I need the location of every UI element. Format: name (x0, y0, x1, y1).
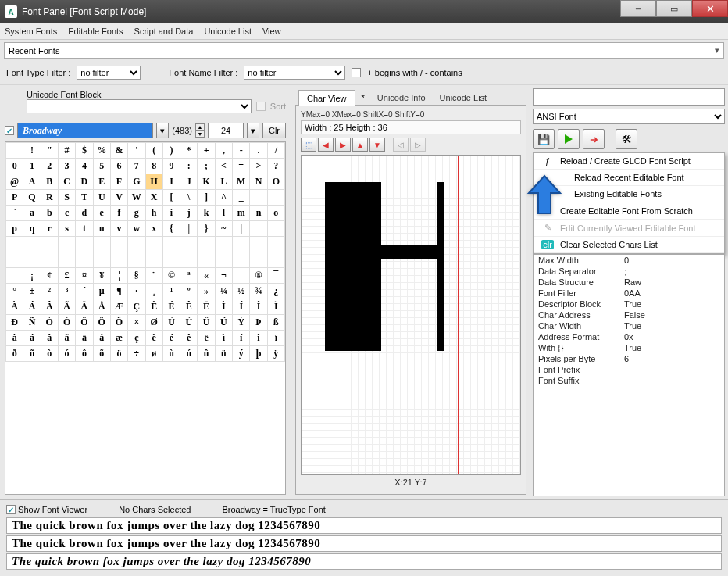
char-cell[interactable]: ¯ (267, 268, 284, 284)
char-cell[interactable] (250, 252, 267, 268)
char-cell[interactable]: U (93, 190, 110, 206)
unicode-block-select[interactable] (27, 99, 252, 113)
char-cell[interactable]: q (23, 221, 41, 237)
char-cell[interactable]: k (198, 206, 215, 221)
char-cell[interactable] (6, 237, 23, 252)
char-cell[interactable]: Ë (198, 299, 215, 315)
char-cell[interactable]: ÷ (128, 346, 145, 362)
char-cell[interactable]: b (41, 206, 58, 221)
char-cell[interactable]: ï (267, 331, 284, 346)
char-cell[interactable]: ¡ (23, 268, 41, 284)
char-cell[interactable]: Ä (76, 299, 93, 315)
char-cell[interactable]: Ï (267, 299, 284, 315)
char-cell[interactable] (267, 252, 284, 268)
char-cell[interactable]: © (162, 268, 180, 284)
char-cell[interactable]: º (180, 284, 198, 299)
char-cell[interactable]: r (41, 221, 58, 237)
char-cell[interactable]: 8 (145, 159, 162, 174)
char-cell[interactable]: " (41, 143, 58, 159)
char-cell[interactable]: Ý (233, 315, 250, 331)
char-cell[interactable]: 1 (23, 159, 41, 174)
char-cell[interactable] (93, 237, 110, 252)
char-cell[interactable]: ó (58, 346, 75, 362)
char-cell[interactable]: m (233, 206, 250, 221)
play-icon[interactable] (558, 129, 580, 149)
menu-editable-fonts[interactable]: Editable Fonts (68, 27, 123, 36)
char-cell[interactable] (110, 252, 127, 268)
property-row[interactable]: Font Filler0AA (534, 288, 724, 299)
char-cell[interactable]: Ù (162, 315, 180, 331)
char-cell[interactable]: ä (76, 331, 93, 346)
char-cell[interactable]: ¶ (110, 284, 127, 299)
char-cell[interactable]: ³ (58, 284, 75, 299)
char-cell[interactable]: T (76, 190, 93, 206)
char-cell[interactable] (267, 190, 284, 206)
char-cell[interactable]: ? (267, 159, 284, 174)
char-cell[interactable]: ° (6, 284, 23, 299)
char-cell[interactable]: Ã (58, 299, 75, 315)
char-cell[interactable]: v (110, 221, 127, 237)
char-cell[interactable]: Ò (41, 315, 58, 331)
char-cell[interactable]: d (76, 206, 93, 221)
char-cell[interactable] (162, 252, 180, 268)
char-cell[interactable]: X (145, 190, 162, 206)
char-cell[interactable]: K (198, 174, 215, 190)
char-cell[interactable]: § (128, 268, 145, 284)
char-cell[interactable]: C (58, 174, 75, 190)
char-cell[interactable]: â (41, 331, 58, 346)
minimize-button[interactable]: ━ (620, 0, 656, 17)
char-cell[interactable]: p (6, 221, 23, 237)
char-cell[interactable]: Õ (93, 315, 110, 331)
char-cell[interactable]: ¥ (93, 268, 110, 284)
char-cell[interactable] (233, 252, 250, 268)
char-cell[interactable]: 5 (93, 159, 110, 174)
font-name-display[interactable]: Broadway (17, 123, 153, 138)
char-cell[interactable]: ® (250, 268, 267, 284)
char-cell[interactable]: ] (198, 190, 215, 206)
char-cell[interactable]: & (110, 143, 127, 159)
count-down-button[interactable]: ▼ (195, 131, 205, 138)
font-name-dropdown-button[interactable]: ▾ (156, 123, 169, 138)
char-cell[interactable]: ½ (233, 284, 250, 299)
char-cell[interactable]: ø (145, 346, 162, 362)
char-cell[interactable]: · (128, 284, 145, 299)
char-cell[interactable]: Â (41, 299, 58, 315)
char-cell[interactable]: ã (58, 331, 75, 346)
char-cell[interactable]: ² (41, 284, 58, 299)
char-cell[interactable]: ì (215, 331, 232, 346)
char-cell[interactable]: Æ (110, 299, 127, 315)
char-cell[interactable]: $ (76, 143, 93, 159)
char-cell[interactable]: } (198, 221, 215, 237)
char-cell[interactable]: » (198, 284, 215, 299)
char-cell[interactable]: E (93, 174, 110, 190)
tool-arrow-left-red-icon[interactable]: ◀ (318, 138, 334, 152)
char-cell[interactable]: ± (23, 284, 41, 299)
char-cell[interactable]: ë (198, 331, 215, 346)
char-cell[interactable] (6, 268, 23, 284)
char-cell[interactable]: Ü (215, 315, 232, 331)
char-cell[interactable] (215, 237, 232, 252)
char-cell[interactable]: ¨ (145, 268, 162, 284)
char-cell[interactable]: / (267, 143, 284, 159)
char-cell[interactable]: w (128, 221, 145, 237)
char-cell[interactable]: ú (180, 346, 198, 362)
char-cell[interactable] (267, 221, 284, 237)
tab-unicode-list[interactable]: Unicode List (434, 91, 494, 105)
char-cell[interactable]: Ð (6, 315, 23, 331)
menu-view[interactable]: View (262, 27, 281, 36)
char-cell[interactable] (128, 252, 145, 268)
char-cell[interactable] (250, 237, 267, 252)
char-cell[interactable]: ù (162, 346, 180, 362)
char-cell[interactable]: i (162, 206, 180, 221)
char-cell[interactable]: þ (250, 346, 267, 362)
recent-fonts-dropdown[interactable]: Recent Fonts ▾ (4, 42, 724, 59)
char-cell[interactable]: È (145, 299, 162, 315)
char-cell[interactable]: ß (267, 315, 284, 331)
char-cell[interactable]: * (180, 143, 198, 159)
char-cell[interactable]: 3 (58, 159, 75, 174)
char-cell[interactable]: 6 (110, 159, 127, 174)
char-cell[interactable] (198, 237, 215, 252)
property-row[interactable]: Data Separator; (534, 266, 724, 277)
char-cell[interactable] (76, 237, 93, 252)
char-cell[interactable]: | (180, 221, 198, 237)
